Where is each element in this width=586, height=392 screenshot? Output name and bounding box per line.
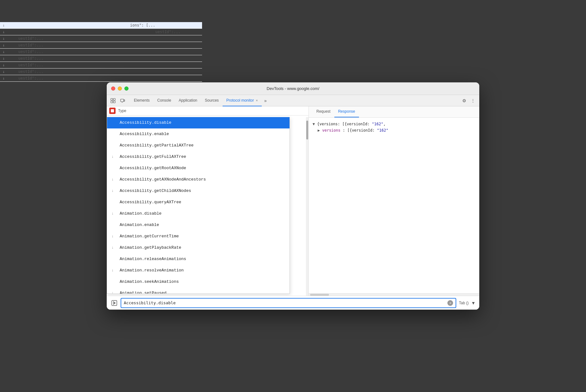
dropdown-button[interactable]: ▼ (471, 300, 475, 306)
command-input[interactable] (124, 300, 447, 305)
filter-bar: Type (107, 106, 308, 116)
window-title: DevTools - www.google.com/ (267, 86, 320, 91)
arrow-icon: ↓ (111, 209, 114, 218)
arrow-icon: ↓ (111, 187, 114, 195)
autocomplete-item-1[interactable]: Accessibility.enable (107, 128, 290, 140)
autocomplete-item-7[interactable]: Accessibility.queryAXTree (107, 197, 290, 208)
main-area: Type Accessibility.disable Accessibility… (107, 106, 479, 296)
arrow-icon: ↓ (111, 243, 114, 252)
tab-close-icon[interactable]: × (256, 98, 258, 102)
svg-rect-2 (111, 101, 113, 103)
response-line-2: ▶ versions : [{versionId: "162" (313, 127, 475, 134)
response-content: ▼ {versions: [{versionId: "162", ▶ versi… (309, 118, 479, 293)
menu-icon[interactable]: ⋮ (469, 97, 477, 104)
autocomplete-item-13[interactable]: ↓ Animation.resolveAnimation (107, 265, 290, 276)
left-panel: Type Accessibility.disable Accessibility… (107, 106, 309, 296)
arrow-icon: ↓ (111, 232, 114, 241)
response-text-1: {versions: [{versionId: "162", (317, 122, 386, 126)
devtools-window: DevTools - www.google.com/ (107, 82, 479, 310)
autocomplete-item-5[interactable]: ↓ Accessibility.getAXNodeAndAncestors (107, 174, 290, 185)
fullscreen-button[interactable] (124, 86, 129, 91)
autocomplete-item-14[interactable]: Animation.seekAnimations (107, 276, 290, 288)
minimize-button[interactable] (118, 86, 122, 91)
tab-settings: ⚙ ⋮ (460, 97, 477, 104)
response-key-versions: versions (322, 128, 340, 133)
bottom-bar: × Tab () ▼ (107, 296, 479, 310)
arrow-icon: ↓ (111, 152, 114, 161)
close-button[interactable] (111, 86, 115, 91)
response-tabs: Request Response (309, 106, 479, 118)
settings-icon[interactable]: ⚙ (460, 97, 468, 104)
device-toggle-icon[interactable] (119, 97, 126, 104)
clear-input-button[interactable]: × (447, 300, 453, 306)
autocomplete-item-11[interactable]: ↓ Animation.getPlaybackRate (107, 242, 290, 253)
response-text-2: : [{versionId: "162" (343, 128, 388, 133)
svg-rect-5 (124, 100, 125, 101)
devtools-body: Elements Console Application Sources Pro… (107, 95, 479, 310)
title-bar: DevTools - www.google.com/ (107, 82, 479, 95)
traffic-lights (111, 86, 129, 91)
autocomplete-item-8[interactable]: ↓ Animation.disable (107, 208, 290, 219)
arrow-icon: ↓ (111, 289, 114, 294)
autocomplete-item-10[interactable]: ↓ Animation.getCurrentTime (107, 231, 290, 242)
svg-rect-4 (121, 99, 124, 102)
tab-application[interactable]: Application (175, 95, 201, 106)
tab-bar-icons (109, 97, 126, 104)
response-line-1: ▼ {versions: [{versionId: "162", (313, 121, 475, 127)
autocomplete-item-6[interactable]: ↓ Accessibility.getChildAXNodes (107, 185, 290, 197)
more-tabs-button[interactable]: » (262, 98, 269, 103)
arrow-icon: ↓ (111, 266, 114, 275)
expand-icon-2[interactable]: ▶ (318, 128, 322, 133)
arrow-icon: ↓ (111, 175, 114, 184)
svg-rect-0 (111, 98, 113, 100)
h-scrollbar-thumb[interactable] (310, 294, 329, 296)
tab-request[interactable]: Request (313, 106, 334, 117)
tab-sources[interactable]: Sources (201, 95, 223, 106)
tab-hint: Tab () (459, 301, 469, 305)
svg-rect-3 (113, 101, 115, 103)
stop-button[interactable] (109, 108, 116, 114)
autocomplete-dropdown: Accessibility.disable Accessibility.enab… (107, 117, 290, 294)
expand-icon[interactable]: ▼ (313, 122, 317, 126)
autocomplete-item-9[interactable]: Animation.enable (107, 219, 290, 231)
autocomplete-item-3[interactable]: ↓ Accessibility.getFullAXTree (107, 151, 290, 163)
run-button[interactable] (111, 299, 118, 307)
autocomplete-item-4[interactable]: Accessibility.getRootAXNode (107, 163, 290, 174)
tab-elements[interactable]: Elements (130, 95, 153, 106)
svg-rect-1 (113, 98, 115, 100)
horizontal-scrollbar[interactable] (309, 293, 479, 296)
autocomplete-item-0[interactable]: Accessibility.disable (107, 117, 290, 128)
stop-icon (111, 109, 114, 112)
command-input-wrap: × (121, 298, 456, 308)
tab-bar: Elements Console Application Sources Pro… (107, 95, 479, 106)
inspect-icon[interactable] (109, 97, 117, 104)
autocomplete-item-2[interactable]: Accessibility.getPartialAXTree (107, 140, 290, 151)
scrollbar-track[interactable] (306, 117, 308, 296)
svg-marker-9 (114, 302, 116, 304)
tab-console[interactable]: Console (153, 95, 175, 106)
scrollbar-thumb[interactable] (306, 121, 308, 140)
tab-protocol-monitor[interactable]: Protocol monitor × (223, 95, 262, 106)
right-panel: Request Response ▼ {versions: [{versionI… (309, 106, 479, 296)
type-filter-label: Type (118, 109, 126, 113)
autocomplete-item-15[interactable]: ↓ Animation.setPaused (107, 288, 290, 294)
autocomplete-item-12[interactable]: Animation.releaseAnimations (107, 253, 290, 265)
tab-response[interactable]: Response (334, 106, 359, 117)
